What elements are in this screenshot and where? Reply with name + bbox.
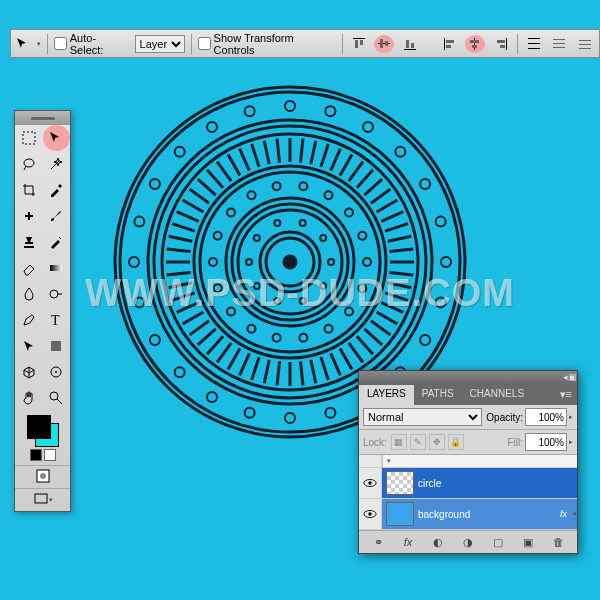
layer-thumbnail[interactable] [386, 471, 414, 495]
svg-line-120 [252, 144, 259, 167]
svg-rect-17 [500, 45, 505, 48]
svg-point-76 [420, 179, 430, 189]
fill-label: Fill: [507, 437, 523, 448]
svg-line-109 [167, 249, 191, 252]
new-layer-icon[interactable]: ▣ [520, 534, 536, 550]
svg-rect-1 [355, 40, 358, 48]
svg-line-125 [311, 141, 316, 164]
visibility-icon[interactable] [359, 468, 382, 498]
marquee-tool-icon[interactable] [15, 125, 43, 151]
visibility-icon[interactable] [359, 499, 382, 529]
3d-tool-icon[interactable] [15, 359, 43, 385]
layer-style-icon[interactable]: fx [400, 534, 416, 550]
tools-grip[interactable] [15, 111, 70, 125]
color-swatches[interactable] [15, 411, 70, 465]
svg-rect-12 [474, 38, 475, 50]
layer-group-icon[interactable]: ▢ [490, 534, 506, 550]
tab-channels[interactable]: CHANNELS [462, 385, 532, 405]
eyedropper-tool-icon[interactable] [43, 177, 71, 203]
align-vcenter-icon[interactable] [374, 35, 394, 53]
svg-line-136 [388, 236, 411, 241]
svg-rect-9 [444, 38, 445, 50]
svg-line-88 [340, 349, 352, 370]
svg-point-60 [285, 413, 295, 423]
screenmode-icon[interactable] [33, 491, 49, 509]
svg-rect-13 [470, 40, 479, 43]
lock-all-icon[interactable]: 🔒 [448, 434, 464, 450]
svg-line-91 [311, 360, 316, 383]
lock-pixels-icon[interactable]: ✎ [410, 434, 426, 450]
distribute-top-icon[interactable] [524, 35, 544, 53]
show-transform-checkbox[interactable]: Show Transform Controls [198, 32, 336, 56]
svg-line-131 [364, 179, 382, 195]
svg-line-112 [177, 212, 199, 222]
svg-point-70 [207, 122, 217, 132]
crop-tool-icon[interactable] [15, 177, 43, 203]
stamp-tool-icon[interactable] [15, 229, 43, 255]
tool-options-dropdown[interactable]: ▾ [37, 40, 41, 48]
panel-grip[interactable]: ◂▣ [359, 371, 577, 385]
layer-row[interactable]: circle [359, 468, 577, 499]
svg-point-153 [325, 191, 333, 199]
auto-select-label: Auto-Select: [70, 32, 129, 56]
brush-tool-icon[interactable] [43, 203, 71, 229]
heal-tool-icon[interactable] [15, 203, 43, 229]
layer-row[interactable]: background fx▾ [359, 499, 577, 530]
fx-badge[interactable]: fx [554, 509, 573, 519]
svg-rect-30 [28, 212, 30, 220]
wand-tool-icon[interactable] [43, 151, 71, 177]
lock-transparency-icon[interactable]: ▦ [391, 434, 407, 450]
svg-point-68 [150, 179, 160, 189]
align-right-icon[interactable] [491, 35, 511, 53]
align-top-icon[interactable] [349, 35, 369, 53]
tab-paths[interactable]: PATHS [414, 385, 462, 405]
hand-tool-icon[interactable] [15, 385, 43, 411]
svg-line-101 [198, 329, 216, 345]
quickmask-icon[interactable] [35, 468, 51, 486]
distribute-bottom-icon[interactable] [575, 35, 595, 53]
fg-color-swatch[interactable] [27, 415, 51, 439]
svg-line-84 [371, 321, 390, 335]
history-brush-icon[interactable] [43, 229, 71, 255]
options-bar: ▾ Auto-Select: Layer Show Transform Cont… [10, 29, 600, 58]
layer-thumbnail[interactable] [386, 502, 414, 526]
panel-menu-icon[interactable]: ▾≡ [555, 385, 577, 405]
adjustment-layer-icon[interactable]: ◑ [460, 534, 476, 550]
fill-slider-icon[interactable]: ▸ [569, 438, 573, 446]
svg-point-147 [209, 258, 217, 266]
screenmode-dropdown[interactable]: ▾ [49, 496, 53, 504]
zoom-tool-icon[interactable] [43, 385, 71, 411]
link-layers-icon[interactable]: ⚭ [370, 534, 386, 550]
blend-mode-select[interactable]: Normal [363, 408, 482, 426]
opacity-slider-icon[interactable]: ▸ [569, 413, 573, 421]
align-left-icon[interactable] [440, 35, 460, 53]
path-select-icon[interactable] [15, 333, 43, 359]
move-tool-icon[interactable] [43, 125, 71, 151]
lasso-tool-icon[interactable] [15, 151, 43, 177]
svg-point-154 [345, 209, 353, 217]
fill-input[interactable] [525, 433, 567, 451]
opacity-input[interactable] [525, 408, 567, 426]
default-colors-icon[interactable] [30, 449, 56, 461]
auto-select-checkbox[interactable]: Auto-Select: [54, 32, 129, 56]
svg-point-67 [134, 217, 144, 227]
svg-rect-6 [404, 49, 416, 50]
svg-rect-24 [579, 40, 591, 41]
svg-point-167 [368, 481, 372, 485]
shape-tool-icon[interactable] [43, 333, 71, 359]
align-hcenter-icon[interactable] [465, 35, 485, 53]
3d-camera-icon[interactable] [43, 359, 71, 385]
svg-rect-8 [411, 43, 414, 48]
tab-layers[interactable]: LAYERS [359, 385, 414, 405]
lock-position-icon[interactable]: ✥ [429, 434, 445, 450]
svg-line-133 [377, 200, 398, 212]
svg-line-99 [217, 343, 231, 362]
layer-mask-icon[interactable]: ◐ [430, 534, 446, 550]
distribute-vcenter-icon[interactable] [550, 35, 570, 53]
align-bottom-icon[interactable] [400, 35, 420, 53]
svg-line-129 [349, 162, 363, 181]
auto-select-target-select[interactable]: Layer [135, 35, 185, 53]
panel-close-icon[interactable]: ◂▣ [563, 372, 575, 384]
svg-line-126 [321, 144, 328, 167]
delete-layer-icon[interactable]: 🗑 [550, 534, 566, 550]
